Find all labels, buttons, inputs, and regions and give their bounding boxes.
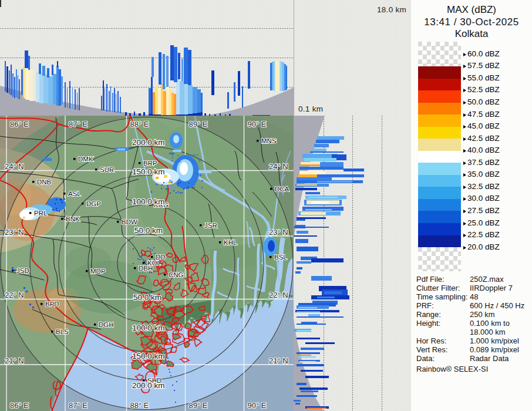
svg-text:200.0 km: 200.0 km — [132, 138, 165, 147]
svg-text:MDP: MDP — [90, 268, 106, 275]
svg-text:100.0 km: 100.0 km — [132, 197, 165, 206]
svg-text:87° E: 87° E — [69, 120, 87, 129]
svg-text:JSD: JSD — [16, 267, 29, 274]
svg-text:200.0 km: 200.0 km — [132, 381, 165, 390]
svg-text:DNB: DNB — [37, 178, 52, 186]
svg-text:90° E: 90° E — [248, 401, 267, 410]
svg-text:90° E: 90° E — [248, 120, 267, 129]
svg-text:23° N: 23° N — [269, 228, 288, 237]
svg-text:100.0 km: 100.0 km — [132, 324, 165, 332]
svg-text:JSR: JSR — [204, 222, 217, 229]
svg-text:DCA: DCA — [275, 186, 289, 193]
svg-text:24° N: 24° N — [269, 162, 288, 171]
svg-text:150.0 km: 150.0 km — [132, 167, 165, 176]
svg-text:BNK: BNK — [66, 215, 80, 223]
svg-text:BRP: BRP — [143, 160, 157, 167]
svg-text:88° E: 88° E — [130, 401, 149, 410]
svg-text:86° E: 86° E — [10, 120, 29, 129]
svg-text:86° E: 86° E — [10, 401, 29, 410]
svg-text:DMK: DMK — [78, 156, 93, 163]
svg-text:BSL: BSL — [274, 254, 287, 261]
svg-text:KHL: KHL — [224, 239, 237, 246]
svg-text:89° E: 89° E — [189, 120, 208, 129]
svg-text:ASL: ASL — [68, 190, 81, 197]
svg-text:150.0 km: 150.0 km — [132, 352, 165, 361]
svg-text:CNG: CNG — [169, 271, 184, 278]
svg-text:89° E: 89° E — [189, 401, 208, 410]
svg-text:BLS: BLS — [56, 328, 69, 335]
svg-text:21° N: 21° N — [5, 356, 24, 365]
svg-text:MNS: MNS — [261, 137, 277, 144]
svg-text:DBH: DBH — [139, 265, 153, 272]
svg-text:22° N: 22° N — [269, 291, 288, 299]
svg-text:50.0 km: 50.0 km — [134, 226, 163, 235]
svg-text:22° N: 22° N — [5, 291, 24, 299]
svg-text:BDW: BDW — [122, 218, 137, 225]
svg-text:BPD: BPD — [45, 301, 59, 308]
svg-text:50.0 km: 50.0 km — [133, 293, 161, 302]
svg-text:PRL: PRL — [34, 210, 48, 217]
svg-text:SUR: SUR — [100, 166, 114, 173]
svg-text:DGP: DGP — [86, 200, 101, 207]
svg-text:24° N: 24° N — [5, 162, 24, 171]
svg-text:23° N: 23° N — [5, 228, 24, 237]
svg-text:21° N: 21° N — [269, 356, 288, 365]
svg-text:87° E: 87° E — [69, 401, 87, 410]
svg-text:88° E: 88° E — [130, 120, 149, 129]
svg-text:DGH: DGH — [99, 321, 114, 328]
